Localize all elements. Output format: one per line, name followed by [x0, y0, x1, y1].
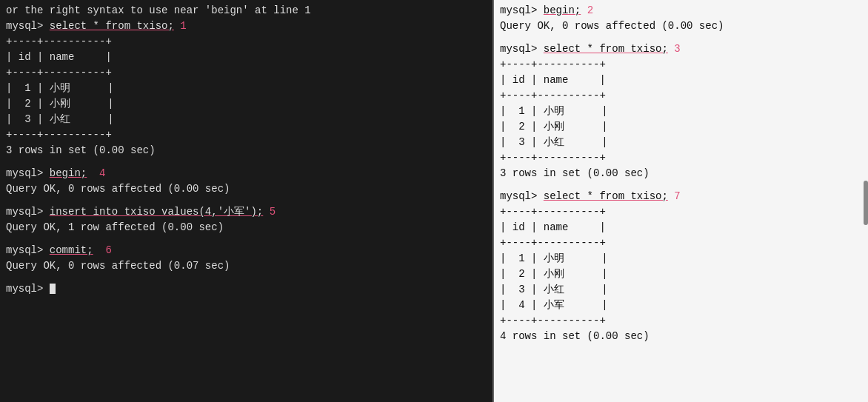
scrollbar[interactable] — [864, 181, 868, 225]
left-line-1: or the right syntax to use near 'beign' … — [6, 3, 487, 19]
right-line-21: | 4 | 小军 | — [500, 298, 862, 313]
right-line-6: | id | name | — [500, 73, 862, 88]
cmd-number-5: 5 — [270, 206, 276, 218]
right-line-8: | 1 | 小明 | — [500, 104, 862, 119]
right-line-4: mysql> select * from txiso; 3 — [500, 41, 862, 57]
left-line-21: mysql> — [6, 281, 487, 297]
cmd-text-4: commit; — [50, 244, 93, 256]
right-line-1: mysql> begin; 2 — [500, 3, 862, 19]
left-line-9: +----+----------+ — [6, 127, 487, 143]
right-line-15: +----+----------+ — [500, 204, 862, 220]
left-line-13: Query OK, 0 rows affected (0.00 sec) — [6, 181, 487, 197]
left-spacer-3 — [6, 235, 487, 243]
cmd-number-6: 6 — [105, 244, 111, 256]
right-terminal: mysql> begin; 2 Query OK, 0 rows affecte… — [493, 0, 868, 402]
right-line-5: +----+----------+ — [500, 57, 862, 73]
right-line-20: | 3 | 小红 | — [500, 282, 862, 298]
left-line-7: | 2 | 小刚 | — [6, 96, 487, 112]
left-line-15: mysql> insert into txiso values(4,'小军');… — [6, 204, 487, 220]
left-spacer-4 — [6, 274, 487, 281]
left-line-4: | id | name | — [6, 50, 487, 65]
right-line-23: 4 rows in set (0.00 sec) — [500, 329, 862, 344]
right-line-11: +----+----------+ — [500, 150, 862, 166]
right-line-7: +----+----------+ — [500, 88, 862, 104]
right-line-19: | 2 | 小刚 | — [500, 267, 862, 282]
right-cmd-text-2: select * from txiso; — [544, 43, 668, 55]
right-line-9: | 2 | 小刚 | — [500, 119, 862, 135]
cursor-block — [50, 284, 56, 294]
cmd-text: select * from txiso; — [50, 20, 174, 32]
left-terminal: or the right syntax to use near 'beign' … — [0, 0, 493, 402]
left-line-10: 3 rows in set (0.00 sec) — [6, 143, 487, 158]
left-line-12: mysql> begin; 4 — [6, 166, 487, 181]
left-line-16: Query OK, 1 row affected (0.00 sec) — [6, 220, 487, 235]
right-spacer-1 — [500, 34, 862, 41]
cmd-number-1: 1 — [180, 20, 186, 32]
right-cmd-text-1: begin; — [544, 4, 581, 16]
left-line-5: +----+----------+ — [6, 65, 487, 81]
right-line-16: | id | name | — [500, 220, 862, 235]
left-spacer-2 — [6, 197, 487, 204]
right-line-10: | 3 | 小红 | — [500, 135, 862, 150]
left-line-6: | 1 | 小明 | — [6, 81, 487, 96]
left-line-2: mysql> select * from txiso; 1 — [6, 19, 487, 34]
cmd-text-2: begin; — [50, 167, 87, 179]
cmd-number-4: 4 — [99, 167, 105, 179]
right-line-18: | 1 | 小明 | — [500, 251, 862, 267]
left-line-19: Query OK, 0 rows affected (0.07 sec) — [6, 258, 487, 274]
left-spacer-1 — [6, 158, 487, 166]
right-spacer-2 — [500, 181, 862, 189]
right-line-22: +----+----------+ — [500, 313, 862, 329]
left-line-18: mysql> commit; 6 — [6, 243, 487, 258]
right-cmd-number-7: 7 — [674, 190, 680, 202]
left-line-8: | 3 | 小红 | — [6, 112, 487, 127]
right-line-2: Query OK, 0 rows affected (0.00 sec) — [500, 19, 862, 34]
left-line-3: +----+----------+ — [6, 34, 487, 50]
right-line-12: 3 rows in set (0.00 sec) — [500, 166, 862, 181]
right-cmd-text-3: select * from txiso; — [544, 190, 668, 202]
cmd-text-3: insert into txiso values(4,'小军'); — [50, 206, 263, 218]
right-cmd-number-3: 3 — [674, 43, 680, 55]
right-cmd-number-2: 2 — [587, 4, 593, 16]
right-line-14: mysql> select * from txiso; 7 — [500, 189, 862, 204]
right-line-17: +----+----------+ — [500, 235, 862, 251]
